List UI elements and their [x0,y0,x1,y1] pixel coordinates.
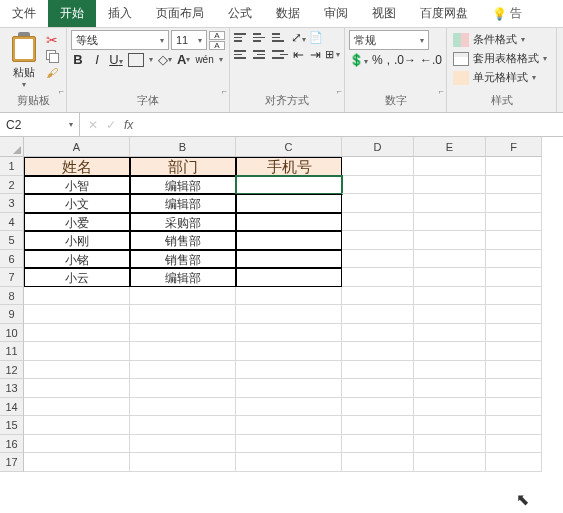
italic-button[interactable]: I [90,52,104,67]
cell[interactable] [236,231,342,250]
cell[interactable] [414,379,486,398]
cell[interactable] [236,361,342,380]
tab-tell-me[interactable]: 💡告 [480,0,534,27]
select-all-button[interactable] [0,137,24,157]
cell[interactable] [130,361,236,380]
cell[interactable] [342,176,414,195]
cell[interactable] [236,398,342,417]
cell[interactable] [24,324,130,343]
cell[interactable] [24,435,130,454]
cell[interactable] [236,305,342,324]
cell[interactable] [342,157,414,176]
underline-button[interactable]: U▾ [109,52,123,67]
cell[interactable] [236,435,342,454]
cell[interactable] [486,287,542,306]
bold-button[interactable]: B [71,52,85,67]
cell[interactable] [130,416,236,435]
cell[interactable] [236,342,342,361]
cell[interactable]: 姓名 [24,157,130,176]
merge-button[interactable]: ⊞▾ [325,48,340,61]
row-header[interactable]: 11 [0,342,24,361]
cell[interactable] [486,231,542,250]
decrease-font-button[interactable]: A [209,41,225,50]
cell[interactable] [414,213,486,232]
cell[interactable] [414,231,486,250]
cell[interactable] [486,157,542,176]
col-header[interactable]: F [486,137,542,157]
cell[interactable] [130,305,236,324]
dialog-launcher-icon[interactable]: ⌐ [337,86,342,96]
row-header[interactable]: 5 [0,231,24,250]
cell[interactable] [130,324,236,343]
cell[interactable] [414,176,486,195]
row-header[interactable]: 2 [0,176,24,195]
tab-home[interactable]: 开始 [48,0,96,27]
align-right-button[interactable] [272,48,288,62]
cell[interactable] [130,287,236,306]
cell[interactable] [486,176,542,195]
cell[interactable] [236,194,342,213]
cell[interactable] [414,361,486,380]
cell-selected[interactable] [236,176,342,195]
align-bottom-button[interactable] [272,31,288,45]
borders-button[interactable] [128,53,144,67]
font-size-select[interactable]: 11▾ [171,30,207,50]
cell[interactable]: 小智 [24,176,130,195]
cell[interactable] [236,250,342,269]
tab-formula[interactable]: 公式 [216,0,264,27]
tab-view[interactable]: 视图 [360,0,408,27]
font-name-select[interactable]: 等线▾ [71,30,169,50]
phonetic-button[interactable]: wén [195,54,213,65]
cell[interactable] [486,453,542,472]
tab-file[interactable]: 文件 [0,0,48,27]
cell[interactable] [24,398,130,417]
cell[interactable]: 小文 [24,194,130,213]
cell[interactable] [342,213,414,232]
cell[interactable] [130,453,236,472]
cell[interactable] [342,231,414,250]
row-header[interactable]: 10 [0,324,24,343]
cell[interactable]: 小刚 [24,231,130,250]
cell[interactable]: 编辑部 [130,268,236,287]
cell[interactable] [414,287,486,306]
cell[interactable] [414,453,486,472]
cell[interactable] [24,287,130,306]
cell[interactable] [414,194,486,213]
cell[interactable] [486,398,542,417]
align-top-button[interactable] [234,31,250,45]
cell[interactable] [414,157,486,176]
cell[interactable]: 销售部 [130,231,236,250]
tab-layout[interactable]: 页面布局 [144,0,216,27]
cell[interactable] [342,324,414,343]
cell[interactable] [236,287,342,306]
cell[interactable] [486,435,542,454]
fx-icon[interactable]: fx [124,118,133,132]
cell[interactable] [486,250,542,269]
row-header[interactable]: 13 [0,379,24,398]
increase-decimal-button[interactable]: .0→ [394,53,416,67]
increase-font-button[interactable]: A [209,31,225,40]
percent-button[interactable]: % [372,53,383,67]
cell[interactable] [236,213,342,232]
cell[interactable] [236,416,342,435]
cell[interactable] [342,416,414,435]
tab-data[interactable]: 数据 [264,0,312,27]
cell[interactable] [414,250,486,269]
col-header[interactable]: A [24,137,130,157]
decrease-indent-button[interactable]: ⇤ [291,47,305,62]
cell[interactable] [486,379,542,398]
row-header[interactable]: 16 [0,435,24,454]
cell[interactable] [486,342,542,361]
cell[interactable]: 编辑部 [130,194,236,213]
dialog-launcher-icon[interactable]: ⌐ [439,86,444,96]
cell[interactable]: 编辑部 [130,176,236,195]
cell[interactable] [236,379,342,398]
cell[interactable] [24,416,130,435]
cell[interactable] [24,361,130,380]
cell[interactable]: 手机号 [236,157,342,176]
currency-button[interactable]: 💲▾ [349,53,368,67]
cell[interactable] [342,398,414,417]
tab-baidu[interactable]: 百度网盘 [408,0,480,27]
cell[interactable] [414,416,486,435]
cell[interactable] [24,379,130,398]
